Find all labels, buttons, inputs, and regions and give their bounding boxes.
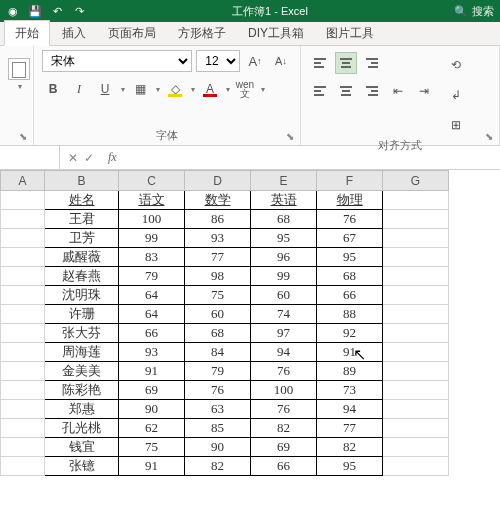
cell[interactable] [1, 286, 45, 305]
table-cell[interactable]: 60 [251, 286, 317, 305]
table-cell[interactable]: 95 [317, 457, 383, 476]
font-color-button[interactable]: A [199, 78, 221, 100]
table-cell[interactable]: 91 [119, 457, 185, 476]
cell[interactable] [383, 229, 449, 248]
phonetic-button[interactable]: wen 文 [234, 78, 256, 100]
table-cell[interactable]: 67 [317, 229, 383, 248]
cell[interactable] [383, 267, 449, 286]
table-cell[interactable]: 许珊 [45, 305, 119, 324]
column-header[interactable]: C [119, 171, 185, 191]
cell[interactable] [383, 248, 449, 267]
table-header-cell[interactable]: 数学 [185, 191, 251, 210]
column-header[interactable]: F [317, 171, 383, 191]
table-cell[interactable]: 99 [119, 229, 185, 248]
table-cell[interactable]: 周海莲 [45, 343, 119, 362]
table-cell[interactable]: 74 [251, 305, 317, 324]
cell[interactable] [383, 419, 449, 438]
cell[interactable] [383, 286, 449, 305]
table-header-cell[interactable]: 英语 [251, 191, 317, 210]
table-cell[interactable]: 郑惠 [45, 400, 119, 419]
bold-button[interactable]: B [42, 78, 64, 100]
table-cell[interactable]: 88 [317, 305, 383, 324]
merge-button[interactable]: ⊞ [445, 114, 467, 136]
tab-diy[interactable]: DIY工具箱 [238, 21, 314, 45]
tab-layout[interactable]: 页面布局 [98, 21, 166, 45]
column-header[interactable]: D [185, 171, 251, 191]
table-cell[interactable]: 76 [185, 381, 251, 400]
cell[interactable] [1, 248, 45, 267]
table-cell[interactable]: 孔光桃 [45, 419, 119, 438]
table-cell[interactable]: 100 [251, 381, 317, 400]
table-cell[interactable]: 卫芳 [45, 229, 119, 248]
fill-color-button[interactable]: ◇ [164, 78, 186, 100]
table-cell[interactable]: 76 [317, 210, 383, 229]
dialog-launcher-icon[interactable]: ⬊ [286, 131, 298, 143]
table-cell[interactable]: 97 [251, 324, 317, 343]
cell[interactable] [1, 362, 45, 381]
table-cell[interactable]: 82 [317, 438, 383, 457]
table-cell[interactable]: 94 [317, 400, 383, 419]
table-cell[interactable]: 91 [317, 343, 383, 362]
table-cell[interactable]: 84 [185, 343, 251, 362]
paste-button[interactable]: ▾ [8, 50, 30, 91]
table-cell[interactable]: 73 [317, 381, 383, 400]
table-cell[interactable]: 100 [119, 210, 185, 229]
italic-button[interactable]: I [68, 78, 90, 100]
table-cell[interactable]: 93 [119, 343, 185, 362]
table-cell[interactable]: 93 [185, 229, 251, 248]
table-cell[interactable]: 77 [185, 248, 251, 267]
table-cell[interactable]: 76 [251, 362, 317, 381]
cell[interactable] [383, 324, 449, 343]
table-cell[interactable]: 64 [119, 286, 185, 305]
cell[interactable] [383, 362, 449, 381]
cell[interactable] [1, 457, 45, 476]
table-cell[interactable]: 沈明珠 [45, 286, 119, 305]
cell[interactable] [1, 343, 45, 362]
cancel-icon[interactable]: ✕ [68, 151, 78, 165]
table-cell[interactable]: 62 [119, 419, 185, 438]
table-cell[interactable]: 66 [251, 457, 317, 476]
align-top-button[interactable] [309, 52, 331, 74]
tab-square[interactable]: 方形格子 [168, 21, 236, 45]
table-cell[interactable]: 66 [317, 286, 383, 305]
cell[interactable] [1, 438, 45, 457]
column-header[interactable]: G [383, 171, 449, 191]
orientation-button[interactable]: ⟲ [445, 54, 467, 76]
wrap-text-button[interactable]: ↲ [445, 84, 467, 106]
table-cell[interactable]: 90 [185, 438, 251, 457]
cell[interactable] [383, 457, 449, 476]
table-cell[interactable]: 89 [317, 362, 383, 381]
cell[interactable] [1, 305, 45, 324]
table-cell[interactable]: 79 [185, 362, 251, 381]
table-cell[interactable]: 91 [119, 362, 185, 381]
table-cell[interactable]: 75 [185, 286, 251, 305]
increase-font-icon[interactable]: A [244, 50, 266, 72]
align-center-button[interactable] [335, 80, 357, 102]
table-cell[interactable]: 金美美 [45, 362, 119, 381]
table-cell[interactable]: 96 [251, 248, 317, 267]
save-icon[interactable]: 💾 [28, 4, 42, 18]
font-name-select[interactable]: 宋体 [42, 50, 192, 72]
table-cell[interactable]: 95 [317, 248, 383, 267]
tab-insert[interactable]: 插入 [52, 21, 96, 45]
table-cell[interactable]: 钱宜 [45, 438, 119, 457]
font-size-select[interactable]: 12 [196, 50, 240, 72]
cell[interactable] [383, 400, 449, 419]
increase-indent-button[interactable]: ⇥ [413, 80, 435, 102]
cell[interactable] [1, 324, 45, 343]
cell[interactable] [383, 438, 449, 457]
fx-label[interactable]: fx [102, 150, 123, 165]
tab-home[interactable]: 开始 [4, 20, 50, 46]
table-cell[interactable]: 陈彩艳 [45, 381, 119, 400]
cell[interactable] [1, 381, 45, 400]
column-header[interactable]: E [251, 171, 317, 191]
tab-picture[interactable]: 图片工具 [316, 21, 384, 45]
table-cell[interactable]: 95 [251, 229, 317, 248]
autosave-toggle[interactable]: ◉ [6, 4, 20, 18]
name-box[interactable] [0, 146, 60, 169]
table-cell[interactable]: 张镱 [45, 457, 119, 476]
table-cell[interactable]: 69 [119, 381, 185, 400]
cell[interactable] [1, 400, 45, 419]
cell[interactable] [1, 210, 45, 229]
table-cell[interactable]: 94 [251, 343, 317, 362]
